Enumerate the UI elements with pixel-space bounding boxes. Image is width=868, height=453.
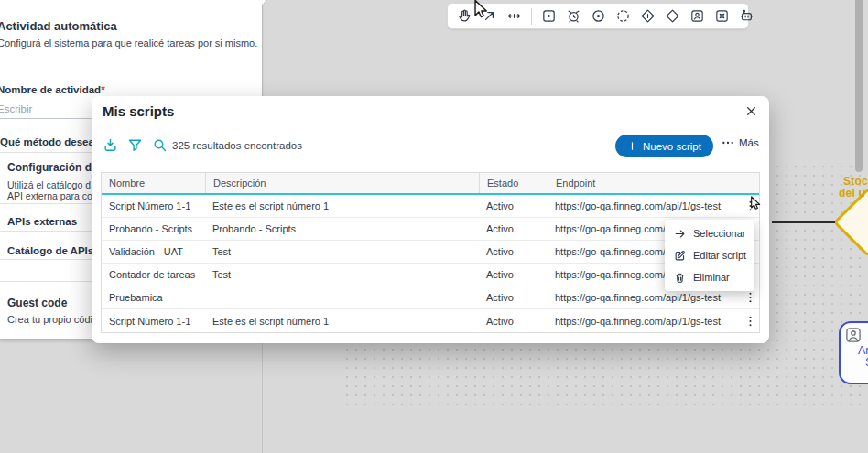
circle-dot-icon[interactable] (591, 8, 606, 24)
move-horizontal-icon[interactable] (506, 8, 522, 24)
table-row[interactable]: Pruebamica Activo https://go-qa.finneg.c… (102, 286, 759, 309)
edit-icon (674, 250, 686, 262)
scripts-table: Nombre Descripción Estado Endpoint Scrip… (101, 172, 760, 333)
download-icon[interactable] (103, 137, 118, 153)
column-header: Descripción (205, 173, 479, 193)
canvas-scrollbar[interactable] (855, 0, 863, 172)
toolbar-divider (531, 8, 532, 25)
panel-title: Actividad automática (0, 19, 117, 33)
flow-node-label: del u (839, 187, 865, 200)
diamond-plus-icon[interactable] (640, 8, 656, 24)
config-section-desc: Utilizá el catálogo d (7, 179, 91, 190)
new-script-button[interactable]: Nuevo script (615, 135, 713, 157)
filter-icon[interactable] (127, 137, 143, 153)
ellipsis-icon (722, 140, 734, 146)
config-section-desc: API externa para co (7, 190, 92, 201)
trash-icon (674, 272, 686, 284)
robot-icon[interactable] (739, 8, 754, 24)
person-box-icon[interactable] (689, 8, 705, 24)
required-asterisk: * (101, 84, 104, 95)
menu-item-editar-script[interactable]: Editar script (665, 244, 754, 266)
mouse-cursor (471, 0, 491, 20)
panel-subtitle: Configurá el sistema para que realicé ta… (0, 38, 257, 49)
actor-node-label: An (858, 344, 868, 357)
table-row[interactable]: Contador de tareas Test Activo https://g… (102, 264, 759, 286)
results-count: 325 resultados encontrados (172, 140, 302, 151)
table-header-row: Nombre Descripción Estado Endpoint (102, 173, 759, 195)
alarm-clock-icon[interactable] (566, 8, 581, 24)
sidebar-item-catalogo-apis[interactable]: Catálogo de APIs fi (7, 245, 103, 256)
canvas-toolbar (447, 3, 749, 29)
table-row[interactable]: Probando - Scripts Probando - Scripts Ac… (102, 218, 759, 241)
gear-box-icon[interactable] (714, 8, 730, 24)
arrow-right-icon (674, 228, 686, 240)
search-icon[interactable] (152, 137, 168, 153)
column-header: Estado (479, 173, 548, 193)
plus-icon (627, 141, 637, 151)
close-icon[interactable] (745, 105, 757, 117)
activity-name-label: Nombre de actividad* (0, 84, 105, 95)
mouse-cursor (748, 195, 763, 211)
person-icon (844, 326, 863, 344)
table-row[interactable]: Script Número 1-1 Este es el script núme… (102, 195, 759, 218)
config-section-title: Configuración de (7, 161, 98, 174)
column-header: Nombre (102, 173, 205, 193)
table-row[interactable]: Script Número 1-1 Este es el script núme… (102, 309, 759, 332)
row-menu-kebab-icon[interactable] (744, 292, 756, 304)
row-context-menu: Seleccionar Editar script Eliminar (665, 220, 754, 291)
table-row[interactable]: Validación - UAT Test Activo https://go-… (102, 241, 759, 264)
more-button[interactable]: Más (722, 137, 759, 148)
modal-title: Mis scripts (103, 103, 174, 119)
sidebar-item-guest-code[interactable]: Guest code (7, 297, 67, 309)
menu-item-seleccionar[interactable]: Seleccionar (665, 222, 754, 244)
flow-node-label: Stoc (843, 175, 868, 188)
sidebar-item-apis-externas[interactable]: APIs externas (7, 216, 77, 227)
diamond-minus-icon[interactable] (665, 8, 680, 24)
dashed-circle-icon[interactable] (615, 8, 631, 24)
guest-code-desc: Crea tu propio códig (7, 314, 98, 325)
menu-item-eliminar[interactable]: Eliminar (665, 266, 754, 288)
column-header: Endpoint (548, 173, 761, 193)
play-box-icon[interactable] (541, 8, 557, 24)
row-menu-kebab-icon[interactable] (744, 315, 756, 327)
